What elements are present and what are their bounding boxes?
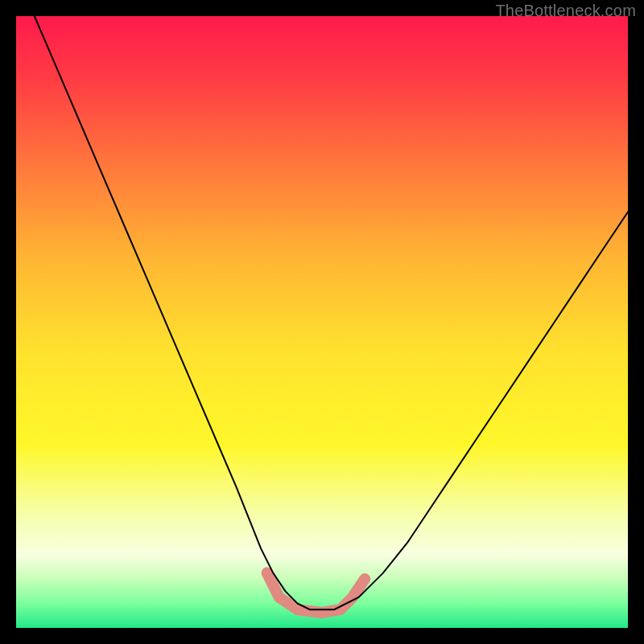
gradient-background xyxy=(16,16,628,628)
chart-frame: TheBottleneck.com xyxy=(0,0,644,644)
bottleneck-chart xyxy=(16,16,628,628)
